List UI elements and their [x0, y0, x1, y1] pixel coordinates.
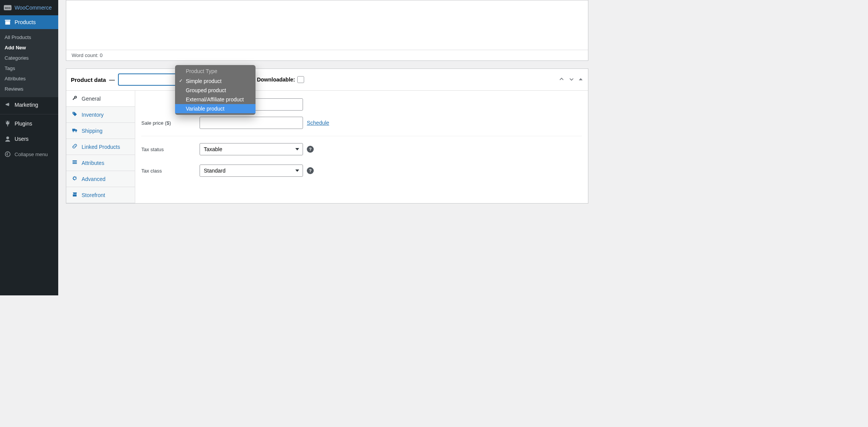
tab-label: Shipping: [82, 128, 103, 134]
sidebar-label: Marketing: [15, 102, 38, 108]
svg-point-8: [75, 131, 77, 132]
main-content: Word count: 0 Product data — ? Virtual: …: [58, 0, 596, 295]
sale-price-label: Sale price ($): [141, 120, 196, 126]
help-icon[interactable]: ?: [307, 146, 314, 153]
store-icon: [72, 192, 78, 198]
sidebar-label: Users: [15, 136, 29, 142]
dash-separator: —: [109, 77, 115, 83]
tax-status-row: Tax status Taxable ?: [141, 140, 582, 158]
submenu-add-new[interactable]: Add New: [0, 42, 58, 53]
svg-rect-9: [72, 160, 77, 161]
list-icon: [72, 160, 78, 166]
plug-icon: [4, 120, 11, 127]
sidebar-label: WooCommerce: [15, 5, 52, 11]
word-count-status: Word count: 0: [66, 50, 588, 60]
link-icon: [72, 143, 78, 150]
sidebar-item-marketing[interactable]: Marketing: [0, 97, 58, 112]
tab-label: Storefront: [82, 192, 105, 198]
field-divider: [141, 136, 582, 136]
collapse-icon: [4, 150, 11, 158]
archive-icon: [4, 18, 11, 26]
tax-class-select[interactable]: Standard: [200, 165, 303, 177]
caret-up-icon[interactable]: [578, 77, 583, 83]
tax-status-select[interactable]: Taxable: [200, 143, 303, 155]
metabox-header: Product data — ? Virtual: Downloadable:: [66, 69, 588, 91]
sidebar-item-woocommerce[interactable]: woo WooCommerce: [0, 0, 58, 15]
submenu-all-products[interactable]: All Products: [0, 32, 58, 42]
svg-rect-11: [72, 163, 77, 164]
submenu-reviews[interactable]: Reviews: [0, 84, 58, 94]
tab-attributes[interactable]: Attributes: [66, 155, 135, 171]
panel-body: General Inventory Shipping: [66, 91, 588, 203]
content-editor[interactable]: [66, 0, 588, 50]
svg-point-4: [6, 137, 9, 139]
dropdown-option-grouped[interactable]: Grouped product: [175, 86, 255, 95]
sidebar-label: Products: [15, 19, 36, 25]
dropdown-option-external[interactable]: External/Affiliate product: [175, 95, 255, 104]
svg-text:woo: woo: [5, 6, 11, 10]
tab-label: General: [82, 96, 101, 102]
dropdown-option-variable[interactable]: Variable product: [175, 104, 255, 113]
tab-shipping[interactable]: Shipping: [66, 123, 135, 139]
sidebar-divider: [0, 114, 58, 114]
svg-rect-3: [5, 21, 10, 24]
metabox-title: Product data: [71, 77, 106, 83]
admin-sidebar: woo WooCommerce Products All Products Ad…: [0, 0, 58, 295]
sidebar-submenu-products: All Products Add New Categories Tags Att…: [0, 29, 58, 97]
megaphone-icon: [4, 101, 11, 109]
truck-icon: [72, 127, 78, 134]
downloadable-label: Downloadable:: [257, 77, 295, 83]
sidebar-item-plugins[interactable]: Plugins: [0, 116, 58, 131]
tab-label: Linked Products: [82, 144, 120, 150]
user-icon: [4, 135, 11, 143]
downloadable-checkbox[interactable]: [297, 76, 304, 83]
header-right: [558, 76, 583, 84]
tab-label: Inventory: [82, 112, 104, 118]
gear-icon: [72, 176, 78, 182]
chevron-down-icon[interactable]: [568, 76, 575, 84]
tab-inventory[interactable]: Inventory: [66, 107, 135, 123]
schedule-link[interactable]: Schedule: [307, 120, 329, 126]
sidebar-label: Plugins: [15, 121, 32, 127]
svg-rect-2: [5, 20, 10, 21]
product-data-metabox: Product data — ? Virtual: Downloadable:: [66, 68, 588, 204]
sidebar-collapse-button[interactable]: Collapse menu: [0, 147, 58, 161]
panel-tabs: General Inventory Shipping: [66, 91, 135, 203]
tax-status-label: Tax status: [141, 147, 196, 152]
collapse-label: Collapse menu: [15, 152, 48, 157]
tab-label: Advanced: [82, 176, 105, 182]
tax-class-label: Tax class: [141, 168, 196, 174]
tab-storefront[interactable]: Storefront: [66, 187, 135, 203]
svg-rect-10: [72, 162, 77, 163]
woocommerce-icon: woo: [4, 4, 11, 11]
submenu-attributes[interactable]: Attributes: [0, 73, 58, 84]
tab-advanced[interactable]: Advanced: [66, 171, 135, 187]
product-type-dropdown: Product Type Simple product Grouped prod…: [175, 65, 255, 115]
submenu-tags[interactable]: Tags: [0, 63, 58, 73]
sidebar-item-users[interactable]: Users: [0, 131, 58, 147]
downloadable-checkbox-group: Downloadable:: [257, 76, 305, 83]
svg-point-5: [5, 152, 10, 157]
dropdown-heading: Product Type: [175, 65, 255, 77]
svg-point-7: [73, 131, 74, 132]
chevron-up-icon[interactable]: [558, 76, 565, 84]
help-icon[interactable]: ?: [307, 167, 314, 174]
svg-rect-6: [72, 129, 75, 131]
tab-label: Attributes: [82, 160, 104, 166]
tax-class-row: Tax class Standard ?: [141, 161, 582, 180]
tag-icon: [72, 111, 78, 118]
tab-linked-products[interactable]: Linked Products: [66, 139, 135, 155]
dropdown-option-simple[interactable]: Simple product: [175, 77, 255, 86]
sidebar-item-products[interactable]: Products: [0, 15, 58, 29]
sale-price-input[interactable]: [200, 117, 303, 129]
submenu-categories[interactable]: Categories: [0, 53, 58, 63]
content-editor-box: Word count: 0: [66, 0, 588, 61]
sale-price-row: Sale price ($) Schedule: [141, 114, 582, 132]
tab-general[interactable]: General: [66, 91, 135, 107]
wrench-icon: [72, 95, 78, 102]
